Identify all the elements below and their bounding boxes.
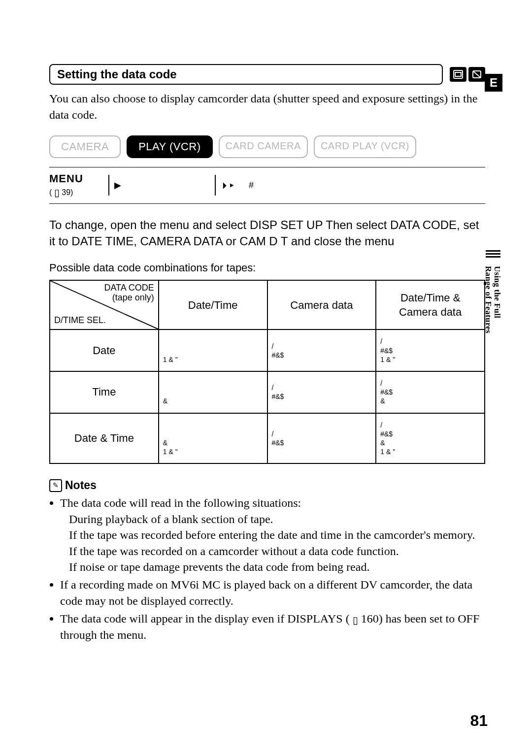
corner-top-label-2: (tape only): [104, 293, 154, 303]
table-cell: / #&$: [267, 413, 376, 464]
menu-title: MENU: [49, 171, 108, 186]
row-header: Date & Time: [50, 413, 159, 464]
notes-icon: ✎: [49, 479, 62, 492]
notes-heading: Notes: [65, 478, 97, 493]
col-header-both: Date/Time & Camera data: [376, 280, 485, 329]
table-cell: &: [159, 371, 267, 413]
svg-rect-1: [455, 72, 461, 76]
list-item: If a recording made on MV6i MC is played…: [60, 577, 485, 609]
table-cell: / #&$: [267, 371, 376, 413]
row-header: Date: [50, 329, 159, 371]
book-icon: ▯: [353, 615, 358, 625]
table-cell: / #&$: [267, 329, 376, 371]
table-cell: / #&$ &: [376, 371, 485, 413]
card-icon: [468, 67, 485, 82]
table-cell: & 1 & ": [159, 413, 267, 464]
table-cell: / #&$ 1 & ": [376, 329, 485, 371]
mode-card-play-vcr: CARD PLAY (VCR): [314, 135, 416, 158]
col-header-cameradata: Camera data: [267, 280, 376, 329]
mode-play-vcr: PLAY (VCR): [127, 135, 212, 158]
data-code-combination-table: DATA CODE (tape only) D/TIME SEL. Date/T…: [49, 280, 485, 464]
nav-arrow-icon: ▶: [109, 179, 126, 191]
table-cell: 1 & ": [159, 329, 267, 371]
section-heading: Setting the data code: [49, 64, 443, 85]
menu-page-ref: ( ▯ 39): [49, 186, 108, 199]
table-row: Time & / #&$ / #&$ &: [50, 371, 485, 413]
heading-icons: [450, 67, 485, 82]
nav-fast-arrow-icon: ⏵▶: [216, 179, 239, 191]
side-index-bars: [486, 250, 500, 258]
list-item: If noise or tape damage prevents the dat…: [69, 559, 485, 575]
tape-icon: [450, 67, 466, 82]
list-item: If the tape was recorded on a camcorder …: [69, 543, 485, 559]
notes-list: The data code will read in the following…: [49, 495, 485, 643]
list-item: The data code will read in the following…: [60, 495, 485, 575]
menu-item-2: #: [239, 179, 264, 191]
row-header: Time: [50, 371, 159, 413]
list-item: The data code will appear in the display…: [60, 611, 485, 643]
col-header-datetime: Date/Time: [159, 280, 267, 329]
table-caption: Possible data code combinations for tape…: [49, 261, 485, 275]
table-row: Date & Time & 1 & " / #&$ / #&$ & 1 & ": [50, 413, 485, 464]
intro-text: You can also choose to display camcorder…: [49, 91, 485, 123]
corner-bottom-label: D/TIME SEL.: [54, 314, 106, 326]
table-cell: / #&$ & 1 & ": [376, 413, 485, 464]
page-number: 81: [470, 710, 488, 731]
menu-block: MENU ( ▯ 39): [49, 171, 108, 199]
table-corner-cell: DATA CODE (tape only) D/TIME SEL.: [50, 280, 159, 329]
edge-tab: E: [485, 74, 502, 92]
table-row: Date 1 & " / #&$ / #&$ 1 & ": [50, 329, 485, 371]
mode-card-camera: CARD CAMERA: [219, 135, 308, 158]
side-section-label: Using the Full Range of Features: [484, 266, 501, 333]
book-icon: ▯: [54, 187, 60, 198]
instruction-text: To change, open the menu and select DISP…: [49, 217, 485, 250]
corner-top-label-1: DATA CODE: [104, 283, 154, 293]
mode-camera: CAMERA: [49, 135, 121, 158]
list-item: During playback of a blank section of ta…: [69, 511, 485, 527]
list-item: If the tape was recorded before entering…: [69, 527, 485, 543]
